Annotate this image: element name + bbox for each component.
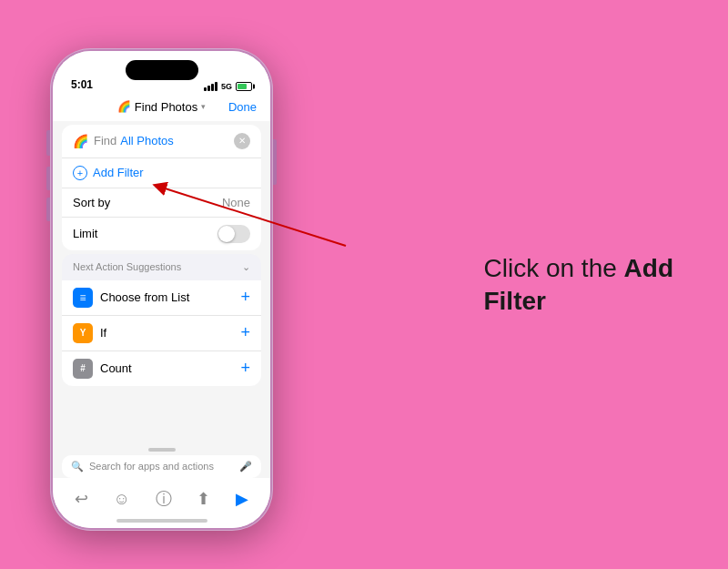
battery-indicator (236, 82, 252, 91)
add-choose-list-button[interactable]: + (240, 288, 250, 307)
add-circle-icon: + (73, 166, 87, 180)
status-bar: 5:01 5G (53, 51, 270, 97)
nav-title: 🌈 Find Photos ▾ (117, 100, 206, 114)
share-icon[interactable]: ⬆ (197, 489, 210, 509)
add-filter-label: Add Filter (93, 166, 144, 179)
vol-up-button (46, 167, 50, 190)
sort-label: Sort by (73, 196, 110, 209)
phone-screen: 5:01 5G 🌈 F (53, 51, 270, 528)
signal-bar-2 (207, 86, 210, 91)
photos-icon: 🌈 (117, 100, 131, 113)
sort-row[interactable]: Sort by None (62, 188, 261, 218)
toggle-thumb (218, 226, 235, 242)
phone-wrapper: 5:01 5G 🌈 F (50, 48, 273, 531)
suggestion-left: ≡ Choose from List (73, 288, 189, 308)
signal-bar-4 (215, 82, 217, 91)
emoji-icon[interactable]: ☺ (114, 490, 130, 509)
signal-bars (204, 82, 217, 91)
search-bar[interactable]: 🔍 Search for apps and actions 🎤 (62, 455, 261, 478)
add-filter-row[interactable]: + Add Filter (62, 158, 261, 188)
status-time: 5:01 (71, 78, 93, 91)
phone-frame: 5:01 5G 🌈 F (50, 48, 273, 531)
section-header[interactable]: Next Action Suggestions ⌄ (62, 254, 261, 280)
nav-chevron-icon: ▾ (201, 102, 206, 111)
suggestion-row-choose[interactable]: ≡ Choose from List + (62, 280, 261, 316)
search-placeholder: Search for apps and actions (89, 461, 234, 472)
choose-list-icon: ≡ (73, 288, 93, 308)
vol-down-button (46, 198, 50, 221)
choose-list-label: Choose from List (100, 290, 189, 304)
limit-row[interactable]: Limit (62, 218, 261, 250)
limit-toggle[interactable] (217, 225, 250, 243)
add-count-button[interactable]: + (240, 359, 250, 378)
next-action-section: Next Action Suggestions ⌄ ≡ Choose from … (62, 254, 261, 386)
find-label: Find (94, 134, 116, 147)
sort-value: None (222, 196, 250, 209)
suggestion-left-if: Y If (73, 323, 106, 343)
status-right: 5G (204, 82, 252, 91)
count-icon: # (73, 359, 93, 379)
close-find-button[interactable]: ✕ (234, 133, 250, 149)
signal-bar-1 (204, 87, 207, 91)
find-block: 🌈 Find All Photos ✕ + Add Filter Sort by… (62, 125, 261, 250)
signal-bar-3 (211, 84, 214, 91)
nav-title-text: Find Photos (135, 100, 197, 114)
undo-icon[interactable]: ↩ (75, 489, 88, 509)
find-row: 🌈 Find All Photos ✕ (62, 125, 261, 158)
section-chevron-icon: ⌄ (242, 261, 250, 273)
suggestion-row-count[interactable]: # Count + (62, 351, 261, 386)
limit-label: Limit (73, 227, 97, 240)
annotation-text: Click on the AddFilter (483, 251, 673, 318)
annotation-prefix: Click on the (483, 253, 623, 281)
volume-buttons (46, 167, 50, 221)
find-value[interactable]: All Photos (120, 134, 174, 147)
mic-icon[interactable]: 🎤 (239, 461, 252, 472)
search-icon: 🔍 (71, 461, 84, 472)
search-area: 🔍 Search for apps and actions 🎤 (53, 448, 270, 478)
info-icon[interactable]: ⓘ (156, 488, 172, 510)
home-indicator (116, 519, 207, 523)
count-label: Count (100, 361, 132, 375)
add-if-button[interactable]: + (240, 323, 250, 342)
done-button[interactable]: Done (228, 100, 257, 114)
battery-fill (238, 84, 247, 89)
if-label: If (100, 326, 106, 340)
section-title: Next Action Suggestions (73, 261, 181, 272)
top-nav: 🌈 Find Photos ▾ Done (53, 97, 270, 121)
dynamic-island (126, 60, 198, 80)
network-type: 5G (221, 82, 232, 91)
play-icon[interactable]: ▶ (236, 489, 248, 509)
suggestion-row-if[interactable]: Y If + (62, 316, 261, 351)
if-icon: Y (73, 323, 93, 343)
find-icon: 🌈 (73, 134, 88, 148)
scroll-handle (148, 448, 176, 452)
suggestion-left-count: # Count (73, 359, 132, 379)
